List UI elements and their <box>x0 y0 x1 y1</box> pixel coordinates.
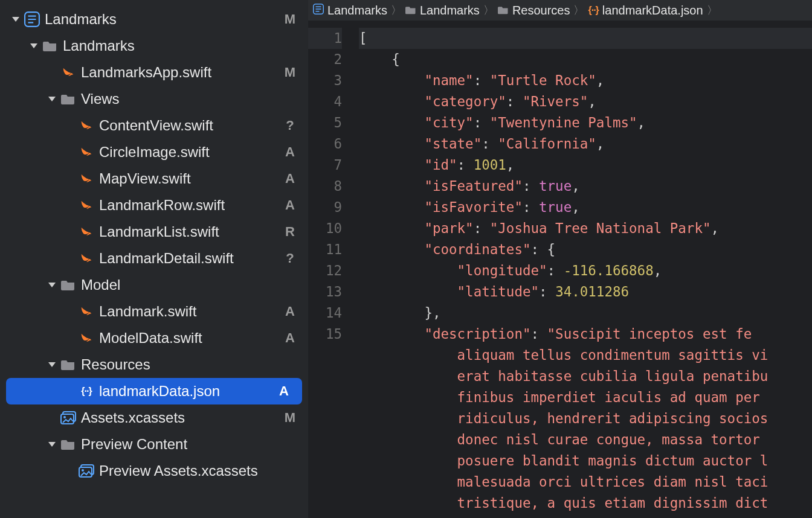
breadcrumb-label: landmarkData.json <box>602 4 703 18</box>
tree-folder-views[interactable]: Views <box>0 86 308 112</box>
assets-icon <box>59 411 77 424</box>
folder-icon <box>59 279 77 291</box>
breadcrumb-label: Landmarks <box>327 4 387 18</box>
tree-item-label: Landmarks <box>63 37 283 54</box>
line-number: 9 <box>308 197 342 218</box>
tree-item-label: ModelData.swift <box>99 330 283 347</box>
scm-status: A <box>283 144 297 160</box>
tree-file-modeldata[interactable]: ModelData.swift A <box>0 325 308 351</box>
swift-icon <box>77 252 95 265</box>
tree-item-label: ContentView.swift <box>99 117 283 134</box>
folder-icon <box>59 93 77 105</box>
scm-status: M <box>283 11 297 27</box>
tree-folder-landmarks[interactable]: Landmarks <box>0 33 308 59</box>
tree-item-label: landmarkData.json <box>99 383 277 400</box>
svg-point-3 <box>63 416 66 418</box>
chevron-down-icon[interactable] <box>45 362 59 367</box>
scm-status: A <box>283 197 297 213</box>
tree-file-landmarklist[interactable]: LandmarkList.swift R <box>0 219 308 245</box>
code-content[interactable]: [ { "name": "Turtle Rock", "category": "… <box>350 21 812 518</box>
tree-item-label: Landmarks <box>45 11 283 28</box>
chevron-down-icon[interactable] <box>45 97 59 101</box>
app-icon <box>23 11 41 27</box>
line-number: 4 <box>308 91 342 112</box>
tree-item-label: Views <box>81 91 283 107</box>
chevron-down-icon[interactable] <box>27 43 41 48</box>
editor-pane: Landmarks 〉 Landmarks 〉 Resources 〉 {··}… <box>308 0 812 518</box>
swift-icon <box>59 66 77 79</box>
tree-file-landmark[interactable]: Landmark.swift A <box>0 298 308 325</box>
scm-status: M <box>283 65 297 80</box>
folder-icon <box>498 4 509 18</box>
swift-icon <box>77 199 95 212</box>
breadcrumb-item[interactable]: Landmarks <box>405 4 480 18</box>
tree-file-landmarkrow[interactable]: LandmarkRow.swift A <box>0 192 308 219</box>
project-navigator[interactable]: Landmarks M Landmarks LandmarksApp.swift… <box>0 0 308 518</box>
tree-item-label: LandmarkList.swift <box>99 223 283 240</box>
tree-item-label: CircleImage.swift <box>99 144 283 161</box>
scm-status: A <box>283 171 297 187</box>
tree-file-landmarkdetail[interactable]: LandmarkDetail.swift ? <box>0 245 308 272</box>
scm-status: A <box>283 330 297 346</box>
scm-status: ? <box>283 251 297 266</box>
app-icon <box>313 4 324 18</box>
line-number: 10 <box>308 218 342 239</box>
breadcrumb-label: Landmarks <box>420 4 480 18</box>
chevron-right-icon: 〉 <box>707 3 718 18</box>
line-number-gutter: 1 2 3 4 5 6 7 8 9 10 11 12 13 14 15 <box>308 21 350 518</box>
line-number: 13 <box>308 281 342 302</box>
chevron-right-icon: 〉 <box>483 3 494 18</box>
breadcrumb[interactable]: Landmarks 〉 Landmarks 〉 Resources 〉 {··}… <box>308 0 812 21</box>
tree-folder-resources[interactable]: Resources <box>0 351 308 378</box>
tree-item-label: MapView.swift <box>99 170 283 187</box>
svg-point-6 <box>82 469 84 472</box>
tree-item-label: LandmarksApp.swift <box>81 64 283 81</box>
line-number: 12 <box>308 260 342 281</box>
chevron-right-icon: 〉 <box>573 3 584 18</box>
swift-icon <box>77 145 95 159</box>
swift-icon <box>77 331 95 345</box>
tree-root-landmarks[interactable]: Landmarks M <box>0 6 308 33</box>
breadcrumb-item[interactable]: {··} landmarkData.json <box>588 4 703 18</box>
breadcrumb-item[interactable]: Resources <box>498 4 570 18</box>
json-icon: {··} <box>77 386 95 397</box>
file-tree: Landmarks M Landmarks LandmarksApp.swift… <box>0 0 308 490</box>
tree-item-label: Landmark.swift <box>99 303 283 320</box>
line-number: 14 <box>308 302 342 324</box>
swift-icon <box>77 172 95 185</box>
tree-folder-preview-content[interactable]: Preview Content <box>0 431 308 458</box>
tree-item-label: LandmarkRow.swift <box>99 197 283 214</box>
chevron-down-icon[interactable] <box>45 442 59 447</box>
tree-file-assets[interactable]: Assets.xcassets M <box>0 404 308 431</box>
scm-status: M <box>283 410 297 426</box>
breadcrumb-item[interactable]: Landmarks <box>313 4 387 18</box>
chevron-down-icon[interactable] <box>45 283 59 287</box>
tree-item-label: LandmarkDetail.swift <box>99 250 283 267</box>
line-number: 15 <box>308 324 342 345</box>
scm-status: R <box>283 224 297 240</box>
tree-item-label: Resources <box>81 356 283 373</box>
json-icon: {··} <box>588 5 598 16</box>
swift-icon <box>77 225 95 238</box>
line-number: 6 <box>308 133 342 155</box>
tree-item-label: Preview Content <box>81 436 283 453</box>
tree-file-contentview[interactable]: ContentView.swift ? <box>0 112 308 139</box>
swift-icon <box>77 119 95 132</box>
chevron-down-icon[interactable] <box>8 17 23 22</box>
line-number: 11 <box>308 239 342 260</box>
line-number: 7 <box>308 155 342 176</box>
assets-icon <box>77 464 95 478</box>
line-number: 2 <box>308 49 342 70</box>
tree-file-landmarksapp[interactable]: LandmarksApp.swift M <box>0 59 308 86</box>
tree-file-preview-assets[interactable]: Preview Assets.xcassets <box>0 458 308 484</box>
tree-file-mapview[interactable]: MapView.swift A <box>0 165 308 192</box>
tree-folder-model[interactable]: Model <box>0 272 308 298</box>
scm-status: A <box>277 383 291 399</box>
scm-status: ? <box>283 118 297 133</box>
line-number: 3 <box>308 70 342 91</box>
tree-file-landmarkdata-json[interactable]: {··} landmarkData.json A <box>6 378 302 404</box>
folder-icon <box>41 40 59 52</box>
tree-file-circleimage[interactable]: CircleImage.swift A <box>0 139 308 165</box>
swift-icon <box>77 305 95 318</box>
code-editor[interactable]: 1 2 3 4 5 6 7 8 9 10 11 12 13 14 15 [ { … <box>308 21 812 518</box>
